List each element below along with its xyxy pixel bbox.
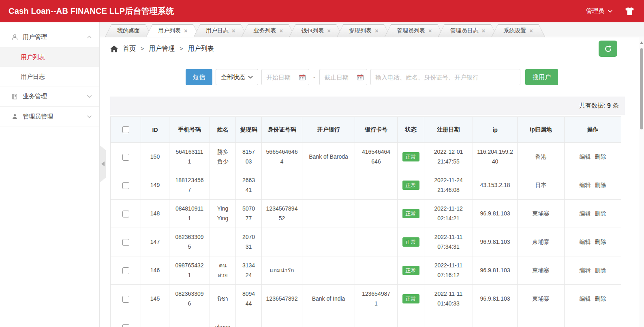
tab-label: 管理员日志 (450, 27, 479, 34)
row-checkbox[interactable] (122, 211, 129, 217)
status-badge: 正常 (402, 237, 419, 247)
select-all-checkbox[interactable] (122, 126, 129, 133)
chevron-up-icon (87, 35, 92, 39)
edit-link[interactable]: 编辑 (580, 182, 591, 188)
cell-actions: 编辑删除 (565, 171, 621, 200)
chevron-left-icon (101, 161, 105, 166)
close-icon[interactable]: × (232, 28, 235, 34)
cell-name (210, 228, 236, 256)
cell-ip: 116.204.159.240 (473, 143, 518, 171)
cell-ip-region: 柬埔寨 (518, 256, 565, 285)
sms-button[interactable]: 短信 (186, 69, 212, 85)
cell-status (398, 313, 424, 327)
breadcrumb-current: 用户列表 (188, 45, 214, 53)
search-user-button[interactable]: 搜用户 (525, 69, 558, 85)
cell-actions: 编辑删除 (565, 256, 621, 285)
cell-reg-date: 2022-11-11 07:16:12 (424, 256, 473, 285)
breadcrumb-user-management[interactable]: 用户管理 (149, 45, 175, 53)
end-date-field[interactable] (323, 73, 355, 81)
chevron-down-icon (87, 115, 92, 118)
refresh-icon (604, 45, 612, 53)
chevron-down-icon (87, 95, 92, 98)
scrollbar-thumb[interactable] (640, 48, 643, 129)
tab-wallet-list[interactable]: 钱包列表× (289, 24, 343, 37)
end-date-input[interactable] (319, 69, 367, 85)
sidebar-collapse-handle[interactable] (100, 145, 106, 183)
tab-label: 我的桌面 (117, 27, 140, 34)
chevron-down-icon (248, 75, 253, 79)
tab-system-settings[interactable]: 系统设置× (491, 24, 545, 37)
tab-withdraw-list[interactable]: 提现列表× (337, 24, 391, 37)
cell-actions: 编辑删除 (565, 228, 621, 256)
row-checkbox[interactable] (122, 267, 129, 274)
tshirt-icon[interactable] (625, 7, 634, 15)
delete-link[interactable]: 删除 (595, 210, 606, 217)
topbar-right: 管理员 (586, 7, 634, 15)
row-checkbox-cell (111, 171, 141, 200)
cell-ip: 96.9.81.103 (473, 285, 518, 313)
status-badge: 正常 (402, 209, 419, 219)
delete-link[interactable]: 删除 (595, 153, 606, 160)
sidebar-item-user-log[interactable]: 用户日志 (0, 67, 99, 86)
table-row: akeno (111, 313, 621, 327)
refresh-button[interactable] (599, 41, 617, 57)
edit-link[interactable]: 编辑 (580, 210, 591, 217)
row-checkbox-cell (111, 256, 141, 285)
column-header: 状态 (398, 117, 424, 143)
status-select[interactable]: 全部状态 (216, 69, 258, 85)
tab-admin-list[interactable]: 管理员列表× (385, 24, 444, 37)
column-header: ip (473, 117, 518, 143)
table-row: 1470823633095207031正常2022-11-11 07:34:31… (111, 228, 621, 256)
cell-id-card: 56654646464 (262, 143, 302, 171)
tab-my-desktop[interactable]: 我的桌面 (105, 24, 152, 37)
cell-id: 148 (141, 200, 169, 228)
delete-link[interactable]: 删除 (595, 239, 606, 245)
close-icon[interactable]: × (280, 28, 283, 34)
row-checkbox[interactable] (122, 239, 129, 246)
tab-label: 系统设置 (503, 27, 526, 34)
row-checkbox-cell (111, 285, 141, 313)
start-date-field[interactable] (265, 73, 297, 81)
user-menu[interactable]: 管理员 (586, 7, 613, 15)
close-icon[interactable]: × (428, 28, 432, 34)
tab-admin-log[interactable]: 管理员日志× (438, 24, 498, 37)
close-icon[interactable]: × (482, 28, 486, 34)
sidebar-group-user-management[interactable]: 用户管理 (0, 27, 99, 47)
cell-id: 149 (141, 171, 169, 200)
tab-user-list[interactable]: 用户列表× (146, 24, 200, 37)
tab-business-list[interactable]: 业务列表× (242, 24, 295, 37)
close-icon[interactable]: × (184, 28, 188, 34)
close-icon[interactable]: × (375, 28, 379, 34)
edit-link[interactable]: 编辑 (580, 153, 591, 160)
delete-link[interactable]: 删除 (595, 182, 606, 188)
scroll-up-arrow[interactable] (640, 41, 643, 44)
column-header: 手机号码 (169, 117, 210, 143)
table-row: 1505641631111勝多負少81570356654646464Bank o… (111, 143, 621, 171)
cell-bank (302, 256, 355, 285)
delete-link[interactable]: 删除 (595, 295, 606, 302)
tab-user-log[interactable]: 用户日志× (194, 24, 248, 37)
close-icon[interactable]: × (529, 28, 533, 34)
sidebar-group-business-management[interactable]: 业务管理 (0, 86, 99, 107)
row-checkbox[interactable] (122, 154, 129, 161)
edit-link[interactable]: 编辑 (580, 239, 591, 245)
sidebar-group-admin-management[interactable]: 管理员管理 (0, 107, 99, 127)
edit-link[interactable]: 编辑 (580, 267, 591, 273)
row-checkbox[interactable] (122, 182, 129, 189)
app-title: Cash Loan--AB FINANCE LLP后台管理系统 (9, 6, 174, 17)
row-checkbox[interactable] (122, 296, 129, 303)
status-select-value: 全部状态 (221, 73, 245, 81)
delete-link[interactable]: 删除 (595, 267, 606, 273)
breadcrumb-home[interactable]: 首页 (123, 45, 136, 53)
sidebar-item-user-list[interactable]: 用户列表 (0, 47, 99, 67)
cell-status: 正常 (398, 228, 424, 256)
row-checkbox[interactable] (122, 324, 129, 327)
edit-link[interactable]: 编辑 (580, 295, 591, 302)
close-icon[interactable]: × (327, 28, 331, 34)
search-input[interactable] (370, 69, 520, 85)
cell-withdraw-code (236, 313, 262, 327)
home-icon (110, 45, 118, 52)
start-date-input[interactable] (261, 69, 309, 85)
select-all-cell (111, 117, 141, 143)
cell-phone: 0987654321 (169, 256, 210, 285)
